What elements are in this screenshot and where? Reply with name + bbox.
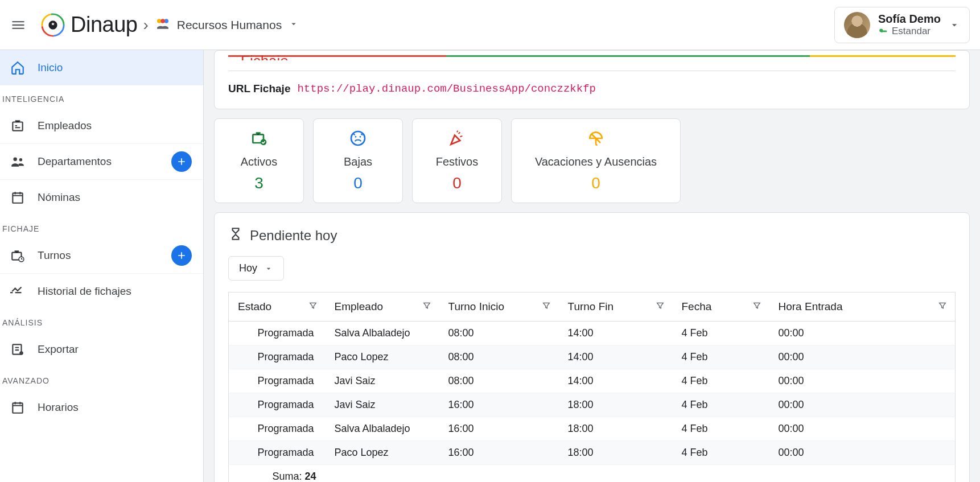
cell-estado: Programada xyxy=(229,345,326,369)
stat-vacaciones[interactable]: Vacaciones y Ausencias 0 xyxy=(511,118,681,203)
filter-icon[interactable] xyxy=(308,300,318,313)
add-departamento-button[interactable] xyxy=(171,151,192,172)
badge-icon xyxy=(10,118,25,133)
col-inicio: Turno Inicio xyxy=(448,300,505,312)
stat-festivos[interactable]: Festivos 0 xyxy=(412,118,502,203)
cell-fecha: 4 Feb xyxy=(673,369,769,393)
table-row[interactable]: Programada Javi Saiz 08:00 14:00 4 Feb 0… xyxy=(229,369,956,393)
col-empleado: Empleado xyxy=(335,300,384,312)
cell-inicio: 08:00 xyxy=(439,369,559,393)
sum-label: Suma: 24 xyxy=(229,465,326,483)
module-icon xyxy=(154,15,177,35)
section-header-inteligencia: INTELIGENCIA xyxy=(0,85,203,108)
section-header-analisis: ANÁLISIS xyxy=(0,309,203,332)
stats-row: Activos 3 Bajas 0 Festivos 0 Vacaciones … xyxy=(214,118,970,203)
table-row[interactable]: Programada Paco Lopez 08:00 14:00 4 Feb … xyxy=(229,345,956,369)
col-fin: Turno Fin xyxy=(568,300,614,312)
chevron-down-icon xyxy=(949,19,960,31)
sum-row: Suma: 24 xyxy=(229,465,956,483)
cell-fin: 14:00 xyxy=(559,345,673,369)
menu-toggle[interactable] xyxy=(10,17,26,33)
pending-card: Pendiente hoy Hoy Estado Empleado Turno … xyxy=(214,212,970,482)
sidebar-item-historial[interactable]: Historial de fichajes xyxy=(0,273,203,309)
table-row[interactable]: Programada Javi Saiz 16:00 18:00 4 Feb 0… xyxy=(229,393,956,417)
sidebar-item-departamentos[interactable]: Departamentos xyxy=(0,143,203,179)
brand-logo[interactable]: Dinaup xyxy=(41,13,137,37)
stat-activos[interactable]: Activos 3 xyxy=(214,118,304,203)
cell-fecha: 4 Feb xyxy=(673,441,769,465)
filter-icon[interactable] xyxy=(752,300,761,313)
col-hora: Hora Entrada xyxy=(779,300,843,312)
col-estado: Estado xyxy=(238,300,271,312)
url-value[interactable]: https://play.dinaup.com/BusinessApp/conc… xyxy=(297,83,596,95)
briefcase-check-icon xyxy=(220,129,298,147)
svg-rect-7 xyxy=(13,122,22,131)
cell-hora: 00:00 xyxy=(769,441,956,465)
user-menu[interactable]: Sofía Demo Estandar xyxy=(834,7,970,43)
cell-fin: 14:00 xyxy=(559,322,673,345)
sidebar-item-empleados[interactable]: Empleados xyxy=(0,108,203,143)
home-icon xyxy=(10,60,25,75)
sidebar-item-horarios[interactable]: Horarios xyxy=(0,390,203,425)
stat-value: 3 xyxy=(220,174,298,192)
cell-inicio: 16:00 xyxy=(439,441,559,465)
user-role: Estandar xyxy=(892,26,930,37)
cell-hora: 00:00 xyxy=(769,417,956,441)
sick-face-icon xyxy=(319,129,397,147)
sidebar-item-turnos[interactable]: Turnos xyxy=(0,238,203,273)
cell-fin: 18:00 xyxy=(559,441,673,465)
key-icon xyxy=(878,26,888,36)
nav-label: Horarios xyxy=(38,401,79,414)
table-row[interactable]: Programada Paco Lopez 16:00 18:00 4 Feb … xyxy=(229,441,956,465)
pending-title-text: Pendiente hoy xyxy=(250,228,337,244)
sidebar-item-nominas[interactable]: Nóminas xyxy=(0,179,203,215)
user-name: Sofía Demo xyxy=(878,13,941,26)
cell-fin: 18:00 xyxy=(559,417,673,441)
filter-label: Hoy xyxy=(239,262,257,274)
calendar-icon xyxy=(10,190,25,205)
stat-label: Vacaciones y Ausencias xyxy=(517,155,674,168)
breadcrumb-separator: › xyxy=(143,16,148,34)
cell-estado: Programada xyxy=(229,393,326,417)
sidebar: Inicio INTELIGENCIA Empleados Departamen… xyxy=(0,50,204,482)
cell-estado: Programada xyxy=(229,441,326,465)
gear-icon xyxy=(41,13,65,37)
table-row[interactable]: Programada Salva Albaladejo 08:00 14:00 … xyxy=(229,322,956,345)
filter-icon[interactable] xyxy=(656,300,665,313)
nav-label: Inicio xyxy=(38,61,63,74)
cell-fecha: 4 Feb xyxy=(673,322,769,345)
party-icon xyxy=(418,129,496,147)
cell-empleado: Paco Lopez xyxy=(326,441,439,465)
divider xyxy=(228,71,956,71)
sidebar-item-inicio[interactable]: Inicio xyxy=(0,50,203,85)
cell-empleado: Salva Albaladejo xyxy=(326,417,439,441)
date-filter-button[interactable]: Hoy xyxy=(228,256,284,281)
stat-bajas[interactable]: Bajas 0 xyxy=(313,118,403,203)
cell-fecha: 4 Feb xyxy=(673,393,769,417)
sidebar-item-exportar[interactable]: Exportar xyxy=(0,332,203,367)
nav-label: Exportar xyxy=(38,343,79,356)
cell-empleado: Javi Saiz xyxy=(326,393,439,417)
svg-rect-15 xyxy=(13,403,22,413)
nav-label: Turnos xyxy=(38,249,71,262)
table-row[interactable]: Programada Salva Albaladejo 16:00 18:00 … xyxy=(229,417,956,441)
svg-point-18 xyxy=(351,131,365,145)
cell-hora: 00:00 xyxy=(769,322,956,345)
nav-label: Nóminas xyxy=(38,191,80,204)
fichaje-card: Fichaje URL Fichaje https://play.dinaup.… xyxy=(214,50,970,109)
nav-label: Empleados xyxy=(38,120,92,132)
filter-icon[interactable] xyxy=(938,300,947,313)
cell-hora: 00:00 xyxy=(769,393,956,417)
chevron-down-icon[interactable] xyxy=(289,19,299,31)
stat-label: Bajas xyxy=(319,155,397,168)
module-selector[interactable]: Recursos Humanos xyxy=(177,18,282,32)
filter-icon[interactable] xyxy=(422,300,431,313)
svg-point-9 xyxy=(19,158,22,161)
filter-icon[interactable] xyxy=(542,300,551,313)
add-turno-button[interactable] xyxy=(171,245,192,266)
cell-fecha: 4 Feb xyxy=(673,417,769,441)
stat-value: 0 xyxy=(418,174,496,192)
stat-label: Activos xyxy=(220,155,298,168)
stat-label: Festivos xyxy=(418,155,496,168)
cell-estado: Programada xyxy=(229,417,326,441)
